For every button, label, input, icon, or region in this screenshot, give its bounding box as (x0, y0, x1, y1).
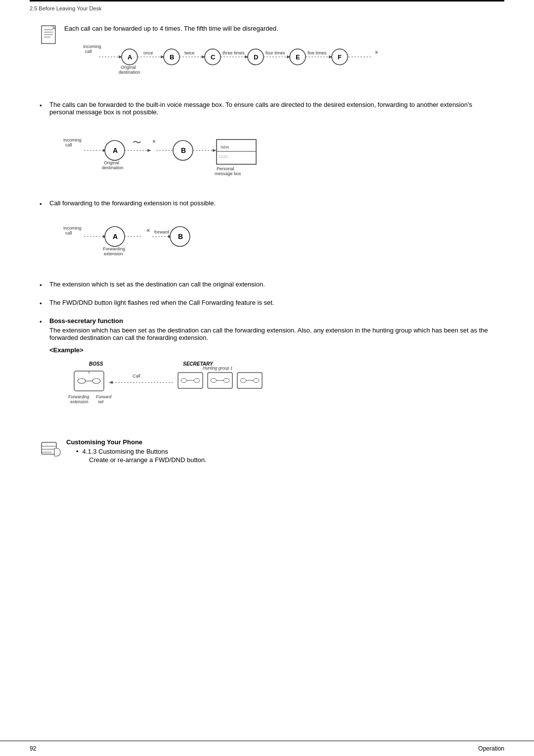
bullet-1-block: Each call can be forwarded up to 4 times… (40, 25, 494, 92)
svg-text:BOSS: BOSS (89, 361, 103, 367)
bullet-5-text: The FWD/DND button light flashes red whe… (49, 299, 494, 308)
page-header: 2.5 Before Leaving Your Desk (30, 0, 504, 15)
svg-text:F: F (338, 53, 342, 61)
bullet-5-paragraph: The FWD/DND button light flashes red whe… (49, 299, 494, 306)
svg-marker-57 (213, 149, 217, 152)
bullet-5-block: • The FWD/DND button light flashes red w… (40, 299, 494, 308)
svg-text:Forward: Forward (96, 394, 111, 399)
svg-marker-49 (147, 149, 151, 152)
example-heading: <Example> (49, 346, 494, 354)
bullet-2-block: • The calls can be forwarded to the buil… (40, 101, 494, 190)
svg-text:Forwarding: Forwarding (68, 394, 89, 399)
bullet-3-text: Call forwarding to the forwarding extens… (49, 199, 494, 272)
svg-rect-58 (217, 140, 256, 164)
bullet-dot-4: • (40, 282, 46, 289)
customising-item-1: • 4.1.3 Customising the Buttons (76, 448, 494, 455)
customising-heading: Customising Your Phone (66, 438, 142, 446)
bullet-2-text: The calls can be forwarded to the built-… (49, 101, 494, 190)
svg-text:B: B (170, 53, 174, 61)
svg-text:□ □ □: □ □ □ (219, 155, 227, 158)
svg-text:×: × (146, 227, 150, 234)
bullet-4-block: • The extension which is set as the dest… (40, 281, 494, 290)
svg-text:five times: five times (308, 50, 327, 55)
customising-item-1-text: 4.1.3 Customising the Buttons (83, 448, 168, 455)
svg-text:call: call (65, 142, 72, 147)
svg-text:B: B (178, 233, 183, 240)
boss-secretary-text: Boss-secretary function The extension wh… (49, 317, 494, 429)
bullet-dot-bs: • (40, 318, 46, 326)
svg-text:twice: twice (184, 50, 195, 55)
customising-item-2: Create or re-arrange a FWD/DND button. (89, 456, 494, 464)
svg-text:call: call (65, 231, 72, 236)
svg-text:Incoming: Incoming (83, 44, 101, 49)
page-footer: 92 Operation (0, 741, 534, 756)
bullet-4-text: The extension which is set as the destin… (49, 281, 494, 290)
footer-section-label: Operation (478, 745, 504, 752)
svg-text:destination: destination (119, 70, 140, 75)
customising-sub-bullets: • 4.1.3 Customising the Buttons Create o… (76, 448, 494, 464)
boss-secretary-diagram: BOSS SECRETARY Forwarding extension (59, 359, 494, 425)
svg-text:Original: Original (104, 160, 119, 165)
bullet-3-block: • Call forwarding to the forwarding exte… (40, 199, 494, 272)
customising-item-2-text: Create or re-arrange a FWD/DND button. (89, 456, 207, 464)
bullet-dot-2: • (40, 102, 46, 109)
section-label: 2.5 Before Leaving Your Desk (30, 5, 102, 11)
content-area: Each call can be forwarded up to 4 times… (40, 25, 494, 464)
svg-text:extension: extension (104, 251, 123, 256)
svg-text:Incoming: Incoming (63, 138, 82, 142)
page-number: 92 (30, 745, 36, 752)
svg-text:B: B (181, 146, 186, 154)
sub-bullet-dot-1: • (76, 448, 79, 455)
bullet-dot-3: • (40, 200, 46, 208)
svg-text:Personal: Personal (217, 166, 234, 171)
svg-text:forward: forward (154, 230, 169, 235)
svg-text:four times: four times (266, 50, 285, 55)
svg-marker-92 (109, 381, 113, 384)
bullet-1-text: Each call can be forwarded up to 4 times… (64, 25, 494, 92)
svg-text:ISDN: ISDN (221, 145, 229, 149)
svg-text:Incoming: Incoming (63, 226, 82, 231)
svg-text:Hunting group 1: Hunting group 1 (203, 366, 233, 371)
svg-text:×: × (152, 138, 156, 145)
boss-secretary-heading: Boss-secretary function (49, 317, 123, 325)
bullet-dot-5: • (40, 300, 46, 307)
svg-text:A: A (113, 146, 118, 154)
svg-text:Call: Call (133, 374, 141, 378)
forward-chain-diagram: Incoming call A Original destination (74, 37, 494, 83)
svg-text:three times: three times (222, 50, 245, 55)
svg-text:Forwarding: Forwarding (103, 246, 125, 251)
note-icon (40, 25, 58, 44)
bullet-1-paragraph: Each call can be forwarded up to 4 times… (64, 25, 494, 32)
svg-text:extension: extension (70, 399, 89, 404)
customising-text: Customising Your Phone • 4.1.3 Customisi… (66, 438, 494, 464)
svg-text:message box: message box (215, 171, 241, 176)
page-container: 2.5 Before Leaving Your Desk Each call c… (0, 0, 534, 756)
svg-text:D: D (254, 53, 258, 61)
customising-icon (40, 438, 61, 462)
svg-text:set: set (98, 399, 104, 404)
svg-text:〜: 〜 (133, 138, 141, 147)
svg-text:once: once (143, 50, 153, 55)
svg-text:×: × (375, 49, 378, 56)
svg-text:C: C (211, 53, 216, 61)
fwd-ext-diagram: Incoming call A Forwarding extension (59, 212, 494, 263)
voice-msg-diagram: Incoming call A Original destination (59, 121, 494, 182)
boss-secretary-paragraph: The extension which has been set as the … (49, 327, 494, 341)
svg-text:E: E (296, 53, 300, 61)
boss-secretary-block: • Boss-secretary function The extension … (40, 317, 494, 429)
svg-text:destination: destination (102, 165, 124, 170)
customising-block: Customising Your Phone • 4.1.3 Customisi… (40, 438, 494, 464)
svg-text:A: A (128, 53, 133, 61)
svg-text:call: call (85, 49, 92, 54)
bullet-4-paragraph: The extension which is set as the destin… (49, 281, 494, 288)
svg-text:A: A (113, 233, 118, 240)
bullet-3-paragraph: Call forwarding to the forwarding extens… (49, 199, 494, 207)
bullet-2-paragraph: The calls can be forwarded to the built-… (49, 101, 494, 116)
svg-text:Original: Original (121, 65, 136, 70)
